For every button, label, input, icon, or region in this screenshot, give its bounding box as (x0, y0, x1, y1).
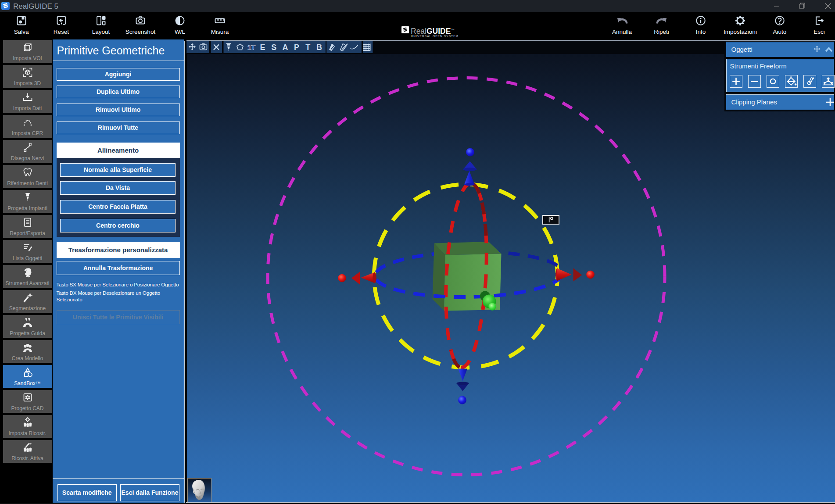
svg-text:E: E (260, 43, 265, 52)
svg-text:T: T (305, 43, 310, 52)
svg-text:1T: 1T (247, 43, 255, 51)
svg-text:A: A (282, 43, 288, 52)
svg-text:S: S (271, 43, 276, 52)
svg-text:P: P (294, 43, 299, 52)
svg-text:B: B (316, 43, 322, 52)
